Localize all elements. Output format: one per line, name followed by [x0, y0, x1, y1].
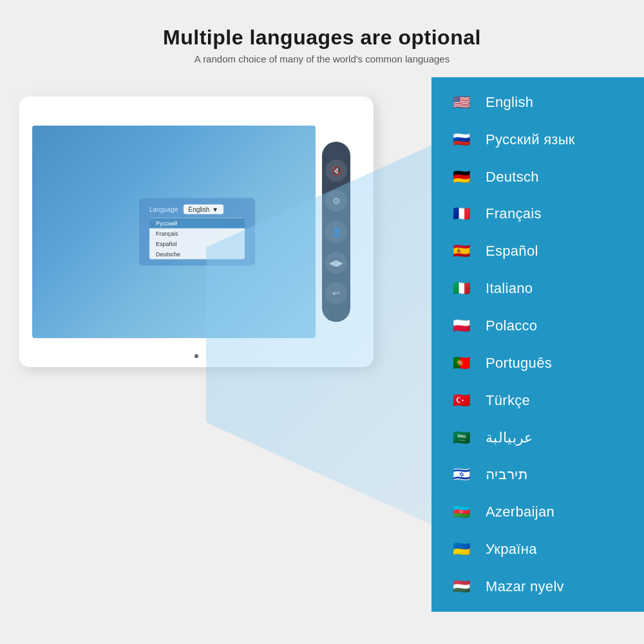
flag-5: 🇮🇹 [447, 279, 475, 298]
dropdown-arrow-icon: ▼ [212, 206, 218, 213]
language-item-4[interactable]: 🇪🇸Español [431, 238, 644, 265]
language-item-3[interactable]: 🇫🇷Français [431, 200, 644, 227]
main-content: Language English ▼ Pусский Français Espa… [0, 77, 644, 612]
flag-1: 🇷🇺 [447, 130, 475, 149]
flag-11: 🇦🇿 [447, 502, 475, 522]
lang-name-4: Español [486, 243, 538, 260]
flag-0: 🇺🇸 [447, 93, 475, 112]
flag-13: 🇭🇺 [447, 577, 475, 596]
screen-label-row: Language English ▼ [149, 205, 245, 214]
language-item-11[interactable]: 🇦🇿Azerbaijan [431, 498, 644, 526]
screen-language-label: Language [149, 206, 178, 213]
header: Multiple languages are optional A random… [0, 0, 644, 77]
language-item-9[interactable]: 🇸🇦عربيالبة [431, 424, 644, 451]
language-item-10[interactable]: 🇮🇱תירביה [431, 461, 644, 488]
lang-name-0: English [486, 94, 533, 111]
lang-name-6: Polacco [486, 317, 537, 334]
lang-name-1: Русский язык [486, 131, 575, 148]
lang-name-3: Français [486, 205, 542, 222]
screen-dropdown[interactable]: English ▼ [184, 205, 224, 214]
language-item-0[interactable]: 🇺🇸English [431, 89, 644, 116]
lang-name-5: Italiano [486, 280, 533, 297]
language-panel: 🇺🇸English🇷🇺Русский язык🇩🇪Deutsch🇫🇷França… [431, 77, 644, 612]
flag-9: 🇸🇦 [447, 428, 475, 448]
language-item-12[interactable]: 🇺🇦Україна [431, 536, 644, 563]
flag-7: 🇵🇹 [447, 354, 475, 373]
mute-button[interactable]: 🔇 [325, 160, 347, 182]
page-title: Multiple languages are optional [0, 26, 644, 50]
language-item-8[interactable]: 🇹🇷Türkçe [431, 387, 644, 414]
lang-name-7: Português [486, 355, 552, 372]
page-wrapper: Multiple languages are optional A random… [0, 0, 644, 644]
flag-12: 🇺🇦 [447, 540, 475, 559]
language-item-5[interactable]: 🇮🇹Italiano [431, 275, 644, 302]
flag-3: 🇫🇷 [447, 204, 475, 223]
language-item-1[interactable]: 🇷🇺Русский язык [431, 126, 644, 153]
flag-10: 🇮🇱 [447, 465, 475, 484]
lang-name-12: Україна [486, 541, 537, 558]
flag-4: 🇪🇸 [447, 242, 475, 261]
flag-8: 🇹🇷 [447, 391, 475, 410]
flag-2: 🇩🇪 [447, 167, 475, 187]
device-dot [194, 354, 198, 358]
language-item-13[interactable]: 🇭🇺Mazar nyelv [431, 573, 644, 600]
screen-list-item-1[interactable]: Pусский [149, 218, 245, 229]
language-item-2[interactable]: 🇩🇪Deutsch [431, 164, 644, 191]
lang-name-9: عربيالبة [486, 430, 533, 446]
language-item-7[interactable]: 🇵🇹Português [431, 350, 644, 377]
flag-6: 🇵🇱 [447, 316, 475, 336]
lang-name-10: תירביה [486, 466, 527, 483]
page-subtitle: A random choice of many of the world's c… [0, 53, 644, 64]
screen-selected-lang: English [189, 206, 210, 213]
lang-name-8: Türkçe [486, 392, 530, 409]
lang-name-2: Deutsch [486, 169, 539, 185]
lang-name-11: Azerbaijan [486, 504, 554, 520]
lang-name-13: Mazar nyelv [486, 578, 564, 595]
language-item-6[interactable]: 🇵🇱Polacco [431, 312, 644, 339]
